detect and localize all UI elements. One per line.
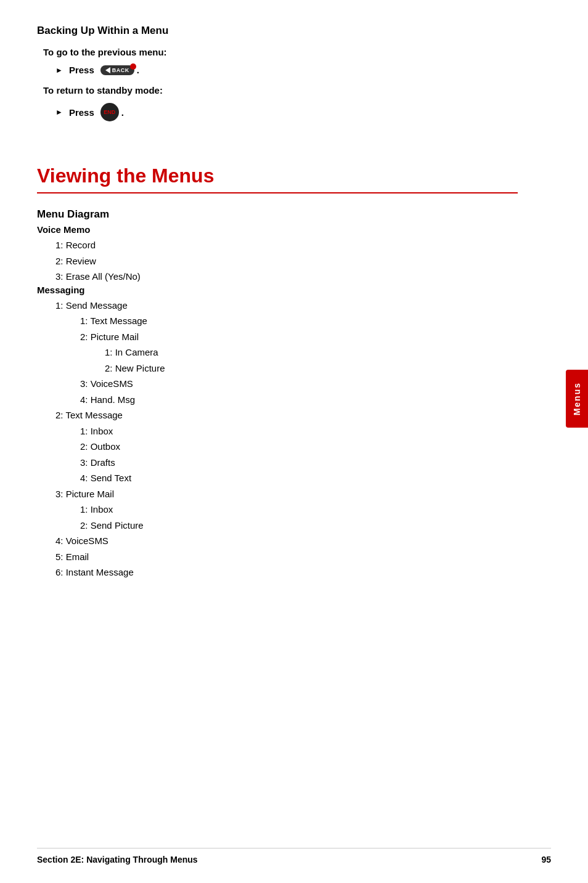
menu-diagram-heading: Menu Diagram: [37, 208, 518, 221]
period-2: .: [121, 107, 124, 118]
menu-category-voice-memo: Voice Memo: [37, 224, 518, 235]
list-item: 3: Drafts: [80, 455, 518, 471]
press-end-item: ► Press END .: [55, 103, 518, 121]
list-item: 3: Erase All (Yes/No): [55, 269, 518, 285]
side-tab: Menus: [566, 370, 588, 428]
list-item: 1: Send Message: [55, 298, 518, 314]
list-item: 5: Email: [55, 549, 518, 565]
period-1: .: [137, 65, 139, 75]
list-item: 1: Inbox: [80, 423, 518, 439]
red-divider: [37, 192, 518, 193]
back-button-accent: [130, 63, 136, 70]
standby-mode-label: To return to standby mode:: [43, 85, 518, 96]
press-text-2: Press: [69, 107, 94, 118]
press-text-1: Press: [69, 65, 94, 75]
list-item: 2: Send Picture: [80, 518, 518, 534]
previous-menu-label: To go to the previous menu:: [43, 47, 518, 57]
end-button-icon: END: [100, 103, 119, 121]
footer-page-number: 95: [541, 855, 551, 865]
list-item: 2: Outbox: [80, 439, 518, 455]
list-item: 1: Text Message: [80, 313, 518, 329]
back-label-text: BACK: [112, 67, 129, 73]
list-item: 1: Inbox: [80, 502, 518, 518]
list-item: 2: New Picture: [105, 360, 518, 376]
list-item: 2: Review: [55, 253, 518, 269]
list-item: 1: In Camera: [105, 344, 518, 360]
list-item: 2: Text Message: [55, 407, 518, 423]
list-item: 4: VoiceSMS: [55, 533, 518, 549]
side-tab-label: Menus: [572, 382, 582, 415]
list-item: 3: Picture Mail: [55, 486, 518, 502]
end-label-text: END: [104, 109, 115, 115]
list-item: 1: Record: [55, 237, 518, 253]
list-item: 4: Send Text: [80, 470, 518, 486]
list-item: 4: Hand. Msg: [80, 392, 518, 408]
list-item: 2: Picture Mail: [80, 329, 518, 345]
bullet-arrow-2: ►: [55, 108, 63, 116]
menu-category-messaging: Messaging: [37, 285, 518, 295]
list-item: 6: Instant Message: [55, 564, 518, 580]
viewing-menus-title: Viewing the Menus: [37, 165, 518, 187]
back-button-icon: BACK: [100, 65, 134, 75]
footer-section-label: Section 2E: Navigating Through Menus: [37, 855, 198, 865]
section-heading-backing-up: Backing Up Within a Menu: [37, 25, 518, 37]
list-item: 3: VoiceSMS: [80, 376, 518, 392]
bullet-arrow-1: ►: [55, 66, 63, 75]
page-footer: Section 2E: Navigating Through Menus 95: [37, 848, 551, 865]
press-back-item: ► Press BACK .: [55, 65, 518, 75]
